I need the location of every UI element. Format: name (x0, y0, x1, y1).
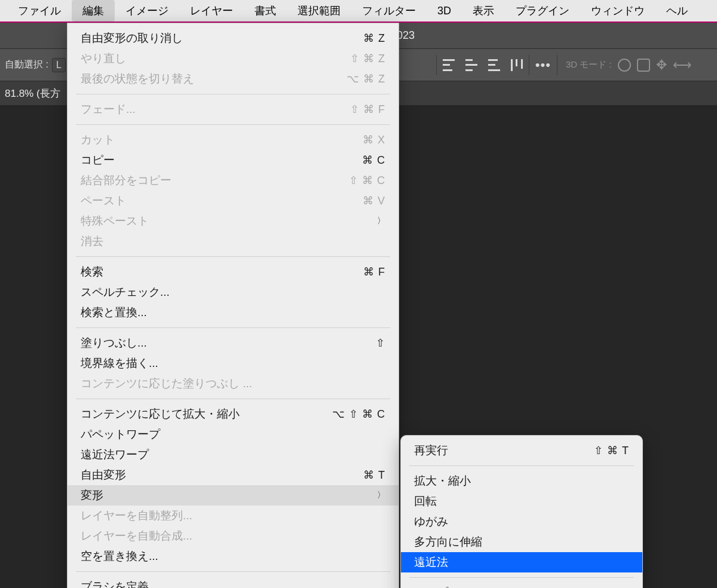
chevron-right-icon: 〉 (377, 490, 385, 501)
pan-3d-icon[interactable]: ✥ (656, 57, 667, 73)
menubar-item-7[interactable]: 3D (427, 1, 462, 21)
align-icons-group (443, 59, 523, 71)
chevron-right-icon: 〉 (377, 216, 385, 226)
align-top-icon[interactable] (443, 59, 455, 71)
document-tab[interactable]: 81.8% (長方 (5, 87, 60, 100)
transform-menu-item[interactable]: 拡大・縮小 (401, 471, 642, 491)
edit-menu-item: 消去 (68, 231, 399, 252)
menubar-item-9[interactable]: プラグイン (505, 0, 580, 22)
menubar-item-10[interactable]: ウィンドウ (580, 0, 655, 22)
menubar-item-11[interactable]: ヘル (655, 0, 698, 22)
edit-menu-item[interactable]: 変形〉 (68, 485, 399, 506)
menubar-item-3[interactable]: レイヤー (179, 0, 244, 22)
mode3d-label: 3D モード : (566, 59, 612, 71)
edit-menu-item: ペースト⌘ V (68, 191, 399, 211)
edit-menu-item[interactable]: 検索⌘ F (68, 262, 399, 282)
align-bottom-icon[interactable] (488, 59, 500, 71)
edit-menu-item: フェード...⇧ ⌘ F (68, 99, 399, 120)
transform-menu-item[interactable]: ゆがみ (401, 512, 642, 532)
menubar: ファイル編集イメージレイヤー書式選択範囲フィルター3D表示プラグインウィンドウヘ… (0, 0, 717, 23)
edit-menu-item[interactable]: 検索と置換... (68, 302, 399, 323)
menubar-item-5[interactable]: 選択範囲 (287, 0, 351, 22)
auto-select-dropdown[interactable]: L (52, 58, 66, 72)
edit-menu-item: レイヤーを自動合成... (68, 526, 399, 546)
edit-menu-item: カット⌘ X (68, 130, 399, 150)
menubar-item-0[interactable]: ファイル (7, 0, 72, 22)
edit-menu-item: 結合部分をコピー⇧ ⌘ C (68, 170, 399, 191)
menubar-item-4[interactable]: 書式 (244, 0, 287, 22)
edit-menu-dropdown: 自由変形の取り消し⌘ Zやり直し⇧ ⌘ Z最後の状態を切り替え⌥ ⌘ Zフェード… (67, 23, 399, 588)
edit-menu-item[interactable]: パペットワープ (68, 424, 399, 445)
edit-menu-item: やり直し⇧ ⌘ Z (68, 48, 399, 69)
more-icon[interactable]: ••• (535, 57, 551, 73)
edit-menu-item[interactable]: スペルチェック... (68, 282, 399, 302)
transform-menu-item[interactable]: 遠近法 (401, 552, 642, 572)
slide-3d-icon[interactable]: ⟷ (673, 57, 692, 73)
edit-menu-item[interactable]: ブラシを定義... (68, 577, 399, 588)
edit-menu-item: 特殊ペースト〉 (68, 211, 399, 231)
transform-menu-item[interactable]: 多方向に伸縮 (401, 532, 642, 552)
edit-menu-item[interactable]: 境界線を描く... (68, 353, 399, 373)
menubar-item-8[interactable]: 表示 (462, 0, 505, 22)
edit-menu-item: コンテンツに応じた塗りつぶし ... (68, 373, 399, 394)
menubar-item-6[interactable]: フィルター (351, 0, 427, 22)
menubar-item-1[interactable]: 編集 (72, 0, 115, 22)
transform-menu-item[interactable]: ワープ (401, 583, 642, 588)
edit-menu-item[interactable]: コンテンツに応じて拡大・縮小⌥ ⇧ ⌘ C (68, 404, 399, 424)
auto-select-label: 自動選択 : (5, 59, 48, 71)
menubar-item-2[interactable]: イメージ (115, 0, 179, 22)
edit-menu-item[interactable]: 遠近法ワープ (68, 445, 399, 465)
edit-menu-item: レイヤーを自動整列... (68, 506, 399, 526)
orbit-3d-icon[interactable] (618, 59, 631, 72)
transform-menu-item[interactable]: 再実行⇧ ⌘ T (401, 440, 642, 461)
roll-3d-icon[interactable] (637, 59, 650, 72)
edit-menu-item[interactable]: コピー⌘ C (68, 150, 399, 170)
edit-menu-item[interactable]: 塗りつぶし...⇧ (68, 333, 399, 353)
align-vcenter-icon[interactable] (465, 59, 477, 71)
align-left-icon[interactable] (511, 59, 523, 71)
edit-menu-item[interactable]: 空を置き換え... (68, 546, 399, 566)
edit-menu-item[interactable]: 自由変形の取り消し⌘ Z (68, 28, 399, 48)
edit-menu-item[interactable]: 自由変形⌘ T (68, 465, 399, 485)
transform-menu-item[interactable]: 回転 (401, 491, 642, 512)
transform-submenu: 再実行⇧ ⌘ T拡大・縮小回転ゆがみ多方向に伸縮遠近法ワープ (400, 435, 643, 588)
edit-menu-item: 最後の状態を切り替え⌥ ⌘ Z (68, 69, 399, 89)
